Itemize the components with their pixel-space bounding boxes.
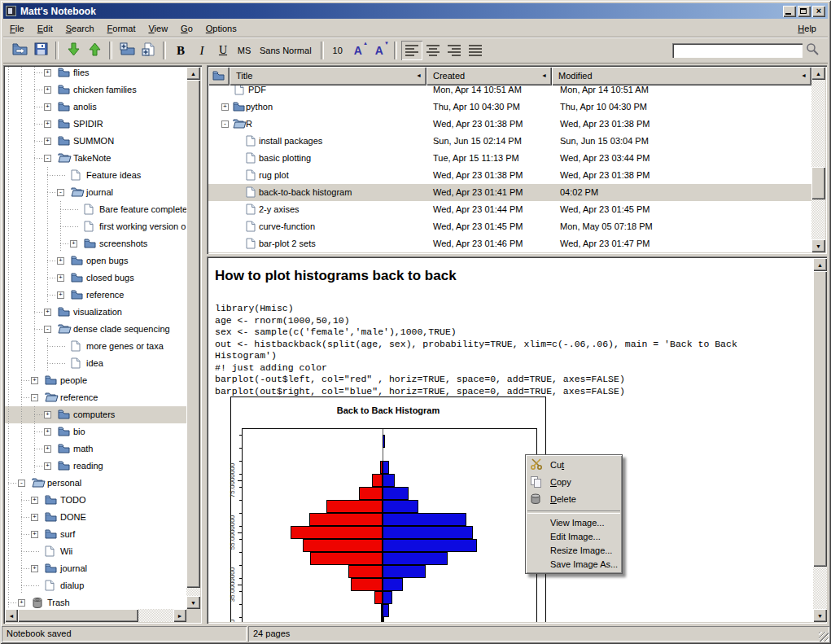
- list-row-python[interactable]: +pythonThu, Apr 10 04:30 PMThu, Apr 10 0…: [208, 99, 811, 116]
- minimize-button[interactable]: [783, 6, 796, 17]
- context-menu-item-edit-image[interactable]: Edit Image...: [526, 530, 622, 544]
- tree-item-dense-clade-sequencing[interactable]: -dense clade sequencing: [5, 321, 186, 338]
- expand-icon[interactable]: +: [44, 445, 51, 453]
- context-menu-item-delete[interactable]: Delete: [526, 491, 622, 508]
- list-row-install-packages[interactable]: install packagesSun, Jun 15 02:14 PMSun,…: [208, 133, 811, 150]
- sort-indicator-icon[interactable]: ◄: [416, 72, 422, 78]
- scroll-down-button[interactable]: ▼: [813, 609, 827, 622]
- expand-icon[interactable]: +: [70, 240, 77, 248]
- context-menu-item-view-image[interactable]: View Image...: [526, 516, 622, 530]
- menu-item-go[interactable]: Go: [174, 21, 199, 36]
- expand-icon[interactable]: +: [44, 138, 51, 145]
- expand-icon[interactable]: +: [31, 377, 38, 384]
- tree-item-anolis[interactable]: +anolis: [5, 99, 186, 116]
- scrollbar-thumb[interactable]: [186, 80, 200, 588]
- column-header-created[interactable]: Created◄: [426, 67, 552, 85]
- list-row-back-to-back-histogram[interactable]: back-to-back histogramWed, Apr 23 01:41 …: [208, 184, 811, 201]
- context-menu-item-copy[interactable]: Copy: [526, 474, 622, 491]
- column-header-title[interactable]: Title◄: [230, 67, 426, 85]
- tree-item-surf[interactable]: +surf: [5, 526, 186, 543]
- tree-vertical-scrollbar[interactable]: ▲▼: [186, 67, 200, 609]
- tree-item-idea[interactable]: idea: [5, 355, 186, 372]
- expand-icon[interactable]: +: [44, 69, 51, 77]
- maximize-button[interactable]: [798, 6, 811, 17]
- tree-item-visualization[interactable]: +visualization: [5, 304, 186, 321]
- scroll-up-button[interactable]: ▲: [186, 67, 200, 80]
- tree-item-bio[interactable]: +bio: [5, 423, 186, 440]
- align-left-button[interactable]: [401, 41, 422, 60]
- expand-icon[interactable]: +: [221, 103, 229, 111]
- new-folder-button[interactable]: [116, 41, 138, 60]
- collapse-icon[interactable]: -: [31, 394, 38, 401]
- sort-indicator-icon[interactable]: ◄: [541, 72, 547, 78]
- tree-horizontal-scrollbar[interactable]: ◄►: [5, 609, 186, 622]
- scroll-right-button[interactable]: ►: [173, 609, 186, 622]
- collapse-icon[interactable]: -: [44, 326, 51, 333]
- expand-icon[interactable]: +: [31, 514, 38, 521]
- menu-item-file[interactable]: File: [3, 21, 31, 36]
- histogram-image[interactable]: Back to Back Histogram 15.000000035.0000…: [230, 396, 546, 622]
- title-bar[interactable]: Matt's Notebook ×: [3, 3, 828, 19]
- tree-item-first-working-version-o[interactable]: first working version o: [5, 218, 186, 235]
- align-justify-button[interactable]: [465, 41, 486, 60]
- context-menu-item-resize-image[interactable]: Resize Image...: [526, 544, 622, 558]
- expand-icon[interactable]: +: [31, 531, 38, 538]
- go-up-button[interactable]: [84, 41, 105, 60]
- context-menu-item-save-image-as[interactable]: Save Image As...: [526, 558, 622, 572]
- save-button[interactable]: [30, 41, 51, 60]
- tree-item-bare-feature-complete[interactable]: Bare feature complete: [5, 201, 186, 218]
- column-header-icon[interactable]: [208, 67, 230, 85]
- list-row-r[interactable]: -RWed, Apr 23 01:38 PMWed, Apr 23 01:38 …: [208, 116, 811, 133]
- tree-item-reference[interactable]: +reference: [5, 287, 186, 304]
- expand-icon[interactable]: +: [44, 103, 51, 111]
- scrollbar-thumb[interactable]: [18, 609, 138, 622]
- scroll-up-button[interactable]: ▲: [813, 258, 827, 271]
- increase-font-button[interactable]: A▲: [348, 41, 369, 60]
- sort-indicator-icon[interactable]: ◄: [801, 72, 807, 78]
- tree-item-reading[interactable]: +reading: [5, 458, 186, 475]
- tree-item-open-bugs[interactable]: +open bugs: [5, 252, 186, 269]
- menu-item-help[interactable]: Help: [791, 21, 828, 36]
- list-row-curve-function[interactable]: curve-functionWed, Apr 23 01:45 PMMon, M…: [208, 218, 811, 235]
- tree-item-flies[interactable]: +flies: [5, 67, 186, 81]
- expand-icon[interactable]: +: [44, 411, 51, 418]
- context-menu-item-cut[interactable]: Cut: [526, 457, 622, 474]
- page-content[interactable]: How to plot histograms back to back libr…: [208, 258, 813, 622]
- expand-icon[interactable]: +: [31, 565, 38, 572]
- menu-item-view[interactable]: View: [142, 21, 174, 36]
- expand-icon[interactable]: +: [18, 599, 25, 607]
- tree-item-todo[interactable]: +TODO: [5, 492, 186, 509]
- tree-item-takenote[interactable]: -TakeNote: [5, 150, 186, 167]
- expand-icon[interactable]: +: [44, 309, 51, 316]
- tree-item-journal[interactable]: -journal: [5, 184, 186, 201]
- scroll-left-button[interactable]: ◄: [5, 609, 18, 622]
- decrease-font-button[interactable]: A▼: [369, 41, 390, 60]
- align-right-button[interactable]: [444, 41, 465, 60]
- align-center-button[interactable]: [422, 41, 444, 60]
- search-button[interactable]: [803, 41, 822, 60]
- expand-icon[interactable]: +: [44, 428, 51, 436]
- column-header-modified[interactable]: Modified◄: [552, 67, 811, 85]
- collapse-icon[interactable]: -: [57, 189, 64, 196]
- tree-item-trash[interactable]: +Trash: [5, 594, 186, 609]
- content-vertical-scrollbar[interactable]: ▲▼: [813, 258, 827, 622]
- tree-item-dialup[interactable]: dialup: [5, 577, 186, 594]
- scroll-down-button[interactable]: ▼: [186, 596, 200, 609]
- tree-item-personal[interactable]: -personal: [5, 475, 186, 492]
- expand-icon[interactable]: +: [31, 497, 38, 504]
- tree-item-chicken-families[interactable]: +chicken families: [5, 81, 186, 99]
- expand-icon[interactable]: +: [44, 120, 51, 128]
- menu-item-format[interactable]: Format: [101, 21, 142, 36]
- italic-button[interactable]: I: [191, 41, 212, 60]
- tree-item-summon[interactable]: +SUMMON: [5, 133, 186, 150]
- scrollbar-thumb[interactable]: [813, 271, 827, 567]
- open-notebook-button[interactable]: [9, 41, 30, 60]
- expand-icon[interactable]: +: [44, 462, 51, 470]
- scroll-up-button[interactable]: ▲: [811, 67, 825, 80]
- tree-item-more-genes-or-taxa[interactable]: more genes or taxa: [5, 338, 186, 355]
- search-input[interactable]: [672, 43, 803, 58]
- tree-item-closed-bugs[interactable]: +closed bugs: [5, 269, 186, 287]
- scrollbar-thumb[interactable]: [811, 167, 825, 199]
- collapse-icon[interactable]: -: [18, 480, 25, 487]
- tree-item-spidir[interactable]: +SPIDIR: [5, 116, 186, 133]
